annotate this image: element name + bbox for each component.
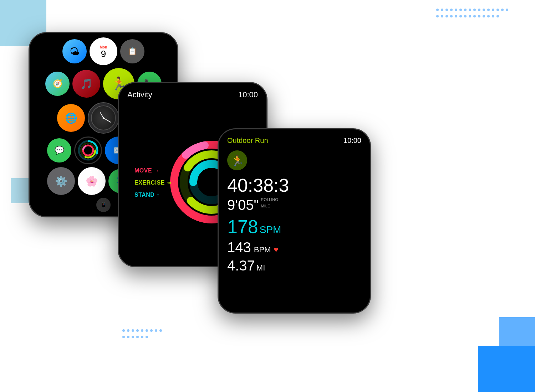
run-distance: 4.37 bbox=[227, 258, 255, 274]
run-header-time: 10:00 bbox=[343, 136, 361, 145]
watches-container: 🌤 Mon 9 📋 🧭 🎵 bbox=[18, 18, 517, 374]
rings-labels: MOVE → EXERCISE ↠ STAND ↑ bbox=[134, 167, 171, 198]
run-cadence: 178 bbox=[227, 216, 258, 237]
activity-title: Activity bbox=[127, 90, 152, 99]
run-pace-label-2: MILE bbox=[261, 204, 278, 208]
app-activity-icon[interactable] bbox=[74, 136, 102, 164]
activity-header-time: 10:00 bbox=[238, 90, 258, 99]
run-distance-unit: MI bbox=[256, 263, 265, 273]
run-dist-row: 4.37 MI bbox=[227, 258, 361, 274]
run-elapsed: 40:38:3 bbox=[227, 175, 361, 196]
stand-label: STAND ↑ bbox=[134, 192, 171, 198]
app-calendar[interactable]: Mon 9 bbox=[90, 37, 117, 65]
app-settings[interactable]: ⚙️ bbox=[47, 167, 75, 195]
app-extra[interactable]: 📱 bbox=[96, 198, 111, 212]
run-hr: 143 bbox=[227, 239, 251, 256]
calendar-date: 9 bbox=[101, 49, 106, 58]
run-icon-circle: 🏃 bbox=[227, 150, 247, 170]
app-clock[interactable] bbox=[88, 102, 119, 134]
app-maps[interactable]: 🧭 bbox=[45, 72, 70, 96]
clock-min-hand bbox=[103, 118, 111, 122]
stand-text: STAND bbox=[134, 192, 154, 198]
move-label: MOVE → bbox=[134, 167, 171, 174]
run-pace: 9'05" bbox=[227, 197, 259, 213]
move-text: MOVE bbox=[134, 167, 152, 174]
run-header: Outdoor Run 10:00 bbox=[227, 136, 361, 145]
heart-icon: ♥ bbox=[274, 245, 278, 254]
run-pace-label-1: ROLLING bbox=[261, 197, 278, 202]
run-hr-row: 143 BPM ♥ bbox=[227, 239, 361, 256]
run-screen: Outdoor Run 10:00 🏃 40:38:3 9'05" ROLLIN… bbox=[219, 129, 370, 313]
app-messages[interactable]: 💬 bbox=[47, 138, 71, 163]
run-cadence-row: 178 SPM bbox=[227, 216, 361, 237]
app-photos[interactable]: 🌸 bbox=[78, 167, 106, 195]
app-row-6: 📱 bbox=[96, 198, 111, 212]
app-row-1: 🌤 Mon 9 📋 bbox=[62, 37, 144, 65]
clock-face bbox=[91, 105, 116, 130]
run-title: Outdoor Run bbox=[227, 136, 268, 145]
clock-center-dot bbox=[103, 117, 105, 119]
activity-header: Activity 10:00 bbox=[127, 90, 258, 99]
run-icon: 🏃 bbox=[231, 154, 244, 167]
app-weather[interactable]: 🌤 bbox=[62, 39, 87, 63]
run-hr-unit: BPM bbox=[254, 245, 271, 254]
exercise-text: EXERCISE bbox=[134, 180, 165, 186]
mini-rings-svg bbox=[77, 140, 99, 161]
move-arrow: → bbox=[154, 168, 159, 174]
run-cadence-unit: SPM bbox=[260, 224, 281, 236]
watch-run: Outdoor Run 10:00 🏃 40:38:3 9'05" ROLLIN… bbox=[218, 128, 371, 314]
exercise-arrow: ↠ bbox=[167, 180, 172, 186]
stand-arrow: ↑ bbox=[157, 192, 159, 198]
app-unknown-1[interactable]: 📋 bbox=[120, 39, 144, 63]
run-pace-row: 9'05" ROLLING MILE bbox=[227, 197, 361, 213]
app-music[interactable]: 🎵 bbox=[72, 70, 100, 98]
exercise-label: EXERCISE ↠ bbox=[134, 180, 171, 186]
app-globe[interactable]: 🌐 bbox=[57, 104, 85, 132]
